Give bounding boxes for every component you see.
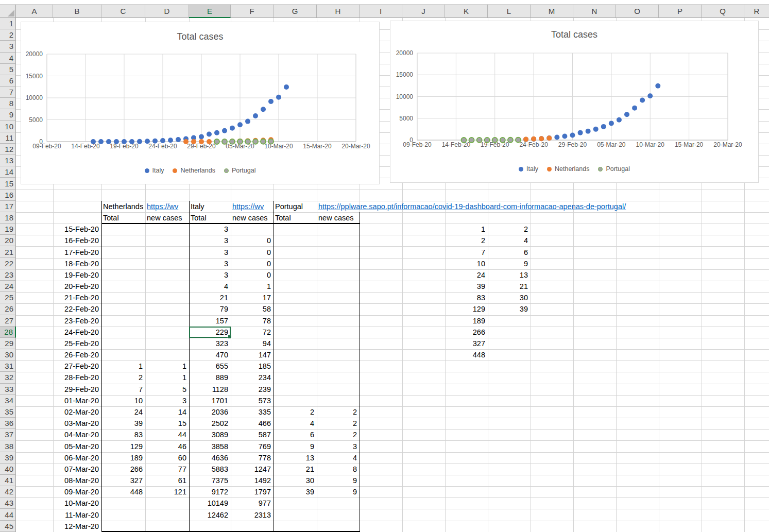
date-cell[interactable]: 05-Mar-20	[53, 440, 101, 452]
row-header-9[interactable]: 9	[0, 109, 16, 121]
row-header-30[interactable]: 30	[0, 349, 16, 361]
it-total-cell[interactable]: 1128	[189, 384, 231, 395]
nl-new-cell[interactable]: 46	[145, 440, 189, 452]
it-new-cell[interactable]: 573	[231, 395, 274, 406]
row-header-24[interactable]: 24	[0, 281, 16, 292]
pt-total-cell[interactable]: 6	[274, 429, 317, 440]
nl-total-cell[interactable]: 327	[101, 475, 145, 486]
pt-shifted-cell[interactable]: 6	[488, 246, 531, 258]
row-header-26[interactable]: 26	[0, 303, 16, 315]
sub-header-H[interactable]: new cases	[317, 212, 360, 224]
it-new-cell[interactable]: 0	[231, 269, 274, 281]
pt-new-cell[interactable]: 4	[317, 452, 360, 464]
it-new-cell[interactable]: 185	[231, 361, 274, 372]
pt-shifted-cell[interactable]: 9	[488, 258, 531, 269]
nl-total-cell[interactable]: 2	[101, 372, 145, 383]
date-cell[interactable]: 22-Feb-20	[53, 303, 101, 315]
it-new-cell[interactable]: 147	[231, 349, 274, 361]
nl-shifted-cell[interactable]: 448	[445, 349, 488, 361]
row-header-8[interactable]: 8	[0, 98, 16, 109]
it-total-cell[interactable]: 323	[189, 338, 231, 349]
column-header-E[interactable]: E	[189, 5, 231, 18]
row-header-43[interactable]: 43	[0, 497, 16, 509]
date-cell[interactable]: 28-Feb-20	[53, 372, 101, 383]
nl-shifted-cell[interactable]: 24	[445, 269, 488, 281]
nl-new-cell[interactable]: 5	[145, 384, 189, 395]
nl-new-cell[interactable]: 44	[145, 429, 189, 440]
sub-header-G[interactable]: Total	[274, 212, 317, 224]
it-new-cell[interactable]: 239	[231, 384, 274, 395]
row-header-1[interactable]: 1	[0, 18, 16, 29]
row-header-13[interactable]: 13	[0, 155, 16, 166]
it-total-cell[interactable]: 157	[189, 315, 231, 327]
nl-total-cell[interactable]: 189	[101, 452, 145, 464]
date-cell[interactable]: 15-Feb-20	[53, 224, 101, 235]
nl-new-cell[interactable]: 60	[145, 452, 189, 464]
date-cell[interactable]: 17-Feb-20	[53, 246, 101, 258]
nl-shifted-cell[interactable]: 327	[445, 338, 488, 349]
it-new-cell[interactable]: 1492	[231, 475, 274, 486]
legend-item-portugal[interactable]: Portugal	[598, 165, 630, 173]
nl-new-cell[interactable]: 61	[145, 475, 189, 486]
legend-item-netherlands[interactable]: Netherlands	[547, 165, 589, 173]
row-header-42[interactable]: 42	[0, 486, 16, 497]
date-cell[interactable]: 09-Mar-20	[53, 486, 101, 497]
nl-total-cell[interactable]: 129	[101, 440, 145, 452]
date-cell[interactable]: 12-Mar-20	[53, 521, 101, 532]
pt-shifted-cell[interactable]: 30	[488, 292, 531, 303]
it-new-cell[interactable]: 335	[231, 406, 274, 418]
italy-header[interactable]: Italy	[189, 201, 231, 212]
sub-header-C[interactable]: Total	[101, 212, 145, 224]
it-new-cell[interactable]: 0	[231, 246, 274, 258]
row-header-45[interactable]: 45	[0, 521, 16, 532]
row-header-3[interactable]: 3	[0, 41, 16, 52]
row-header-39[interactable]: 39	[0, 452, 16, 464]
it-total-cell[interactable]: 5883	[189, 464, 231, 475]
column-header-A[interactable]: A	[16, 5, 53, 18]
it-total-cell[interactable]: 4636	[189, 452, 231, 464]
pt-shifted-cell[interactable]: 21	[488, 281, 531, 292]
date-cell[interactable]: 02-Mar-20	[53, 406, 101, 418]
date-cell[interactable]: 06-Mar-20	[53, 452, 101, 464]
it-new-cell[interactable]: 0	[231, 258, 274, 269]
it-new-cell[interactable]: 778	[231, 452, 274, 464]
date-cell[interactable]: 21-Feb-20	[53, 292, 101, 303]
italy-link[interactable]: https://wv	[231, 201, 274, 212]
it-total-cell[interactable]: 3	[189, 224, 231, 235]
it-new-cell[interactable]: 769	[231, 440, 274, 452]
row-header-5[interactable]: 5	[0, 64, 16, 75]
row-header-10[interactable]: 10	[0, 121, 16, 132]
portugal-link[interactable]: https://pplware.sapo.pt/informacao/covid…	[317, 201, 360, 212]
row-header-32[interactable]: 32	[0, 372, 16, 383]
row-header-37[interactable]: 37	[0, 429, 16, 440]
row-header-14[interactable]: 14	[0, 166, 16, 178]
it-new-cell[interactable]: 234	[231, 372, 274, 383]
row-header-35[interactable]: 35	[0, 406, 16, 418]
row-header-2[interactable]: 2	[0, 29, 16, 41]
row-header-44[interactable]: 44	[0, 509, 16, 520]
nl-new-cell[interactable]: 1	[145, 372, 189, 383]
pt-new-cell[interactable]: 9	[317, 475, 360, 486]
nl-total-cell[interactable]: 1	[101, 361, 145, 372]
legend-item-netherlands[interactable]: Netherlands	[173, 167, 215, 174]
pt-total-cell[interactable]: 9	[274, 440, 317, 452]
it-new-cell[interactable]: 78	[231, 315, 274, 327]
it-total-cell[interactable]: 3	[189, 235, 231, 246]
pt-total-cell[interactable]: 2	[274, 406, 317, 418]
nl-total-cell[interactable]: 83	[101, 429, 145, 440]
nl-shifted-cell[interactable]: 39	[445, 281, 488, 292]
pt-shifted-cell[interactable]: 4	[488, 235, 531, 246]
nl-shifted-cell[interactable]: 189	[445, 315, 488, 327]
row-header-11[interactable]: 11	[0, 132, 16, 144]
it-total-cell[interactable]: 9172	[189, 486, 231, 497]
row-header-25[interactable]: 25	[0, 292, 16, 303]
total-cases-chart-2[interactable]: Total cases0500010000150002000009-Feb-20…	[390, 21, 759, 183]
nl-new-cell[interactable]: 121	[145, 486, 189, 497]
it-new-cell[interactable]: 0	[231, 235, 274, 246]
nl-total-cell[interactable]: 39	[101, 418, 145, 429]
it-new-cell[interactable]: 58	[231, 303, 274, 315]
column-header-N[interactable]: N	[573, 5, 616, 18]
row-header-23[interactable]: 23	[0, 269, 16, 281]
date-cell[interactable]: 08-Mar-20	[53, 475, 101, 486]
column-header-M[interactable]: M	[531, 5, 573, 18]
